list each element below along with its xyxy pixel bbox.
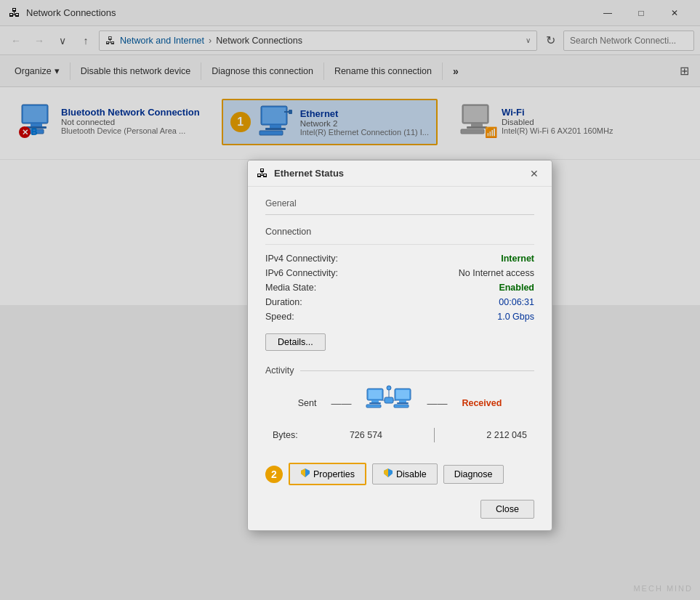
sent-bytes: 726 574 — [350, 430, 382, 440]
svg-marker-33 — [301, 469, 305, 477]
activity-header: Activity — [265, 365, 534, 376]
modal-general-divider — [265, 214, 534, 215]
modal-title-icon: 🖧 — [257, 167, 268, 180]
modal-close-area: Close — [248, 494, 552, 530]
svg-rect-23 — [396, 390, 409, 399]
received-bytes: 2 212 045 — [486, 430, 527, 440]
bytes-separator — [434, 428, 435, 442]
modal-connection-divider — [265, 244, 534, 245]
duration-row: Duration: 00:06:31 — [265, 297, 534, 307]
ipv6-value: No Internet access — [459, 268, 534, 278]
modal-title: Ethernet Status — [274, 168, 520, 179]
media-row: Media State: Enabled — [265, 283, 534, 293]
disable-button[interactable]: Disable — [372, 463, 438, 485]
network-activity-icon — [366, 384, 412, 422]
media-label: Media State: — [265, 283, 316, 293]
duration-value: 00:06:31 — [499, 297, 534, 307]
activity-label: Activity — [265, 365, 294, 376]
svg-rect-18 — [369, 390, 382, 399]
bytes-row: Bytes: 726 574 2 212 045 — [265, 428, 534, 442]
sent-dash: —— — [331, 397, 351, 409]
properties-shield-icon — [300, 468, 310, 480]
diagnose-button[interactable]: Diagnose — [443, 465, 504, 484]
ipv4-row: IPv4 Connectivity: Internet — [265, 254, 534, 264]
modal-titlebar: 🖧 Ethernet Status ✕ — [248, 161, 552, 187]
svg-rect-21 — [366, 405, 381, 408]
modal-close-btn[interactable]: Close — [480, 500, 534, 519]
bytes-label: Bytes: — [273, 430, 298, 440]
svg-rect-25 — [397, 402, 409, 404]
ipv4-value: Internet — [501, 254, 534, 264]
svg-marker-35 — [384, 469, 388, 477]
svg-rect-26 — [394, 405, 409, 408]
ipv4-label: IPv4 Connectivity: — [265, 254, 338, 264]
disable-shield-icon — [383, 468, 393, 480]
step-badge-2: 2 — [265, 466, 283, 483]
received-dash: —— — [427, 397, 447, 409]
svg-rect-20 — [369, 402, 381, 404]
modal-body: General Connection IPv4 Connectivity: In… — [248, 187, 552, 454]
media-value: Enabled — [499, 283, 534, 293]
modal-connection-label: Connection — [265, 227, 534, 237]
ipv6-label: IPv6 Connectivity: — [265, 268, 338, 278]
ipv6-row: IPv6 Connectivity: No Internet access — [265, 268, 534, 278]
speed-label: Speed: — [265, 312, 294, 322]
activity-content: Sent —— — [265, 384, 534, 442]
speed-value: 1.0 Gbps — [497, 312, 534, 322]
modal-overlay: 🖧 Ethernet Status ✕ General Connection I… — [0, 0, 700, 600]
modal-general-label: General — [265, 198, 534, 208]
sent-label: Sent — [298, 398, 317, 408]
properties-button[interactable]: Properties — [289, 463, 366, 485]
details-button[interactable]: Details... — [265, 333, 326, 351]
modal-footer: 2 Properties Disable — [248, 454, 552, 494]
disable-label: Disable — [396, 469, 427, 479]
activity-divider — [300, 370, 534, 371]
properties-label: Properties — [313, 469, 355, 479]
received-label: Received — [462, 398, 502, 408]
svg-rect-24 — [399, 400, 406, 402]
svg-point-31 — [387, 386, 391, 390]
svg-rect-19 — [371, 400, 379, 402]
speed-row: Speed: 1.0 Gbps — [265, 312, 534, 322]
activity-icons-row: Sent —— — [298, 384, 502, 422]
svg-rect-27 — [385, 397, 393, 403]
duration-label: Duration: — [265, 297, 302, 307]
ethernet-status-modal: 🖧 Ethernet Status ✕ General Connection I… — [247, 160, 552, 531]
activity-section: Activity Sent —— — [265, 365, 534, 442]
modal-close-button[interactable]: ✕ — [526, 165, 543, 182]
